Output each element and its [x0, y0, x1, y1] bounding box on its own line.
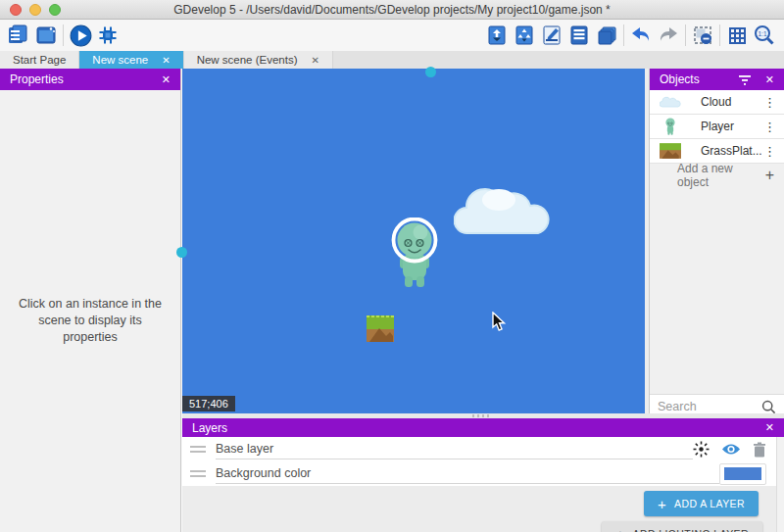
- object-groups-icon[interactable]: [511, 23, 538, 48]
- mouse-cursor: [492, 312, 507, 332]
- more-options-icon[interactable]: ⋮: [761, 144, 778, 159]
- plus-icon: +: [615, 526, 624, 532]
- tab-bar: Start Page New scene ✕ New scene (Events…: [0, 51, 784, 69]
- window-title: GDevelop 5 - /Users/david/Documents/GDev…: [0, 0, 784, 20]
- properties-icon[interactable]: [538, 23, 565, 48]
- object-label: Player: [701, 120, 761, 133]
- objects-title: Objects: [660, 73, 700, 86]
- object-label: Cloud: [701, 95, 761, 109]
- layers-scrollbar[interactable]: [776, 437, 784, 532]
- layers-editor-icon[interactable]: [593, 23, 620, 48]
- layers-footer: + ADD A LAYER + ADD LIGHTING LAYER: [182, 486, 776, 532]
- search-input[interactable]: [658, 400, 761, 413]
- drag-handle-icon[interactable]: [190, 446, 206, 453]
- layer-name-input[interactable]: [216, 440, 693, 459]
- undo-icon[interactable]: [627, 23, 655, 48]
- add-layer-label: ADD A LAYER: [674, 498, 745, 509]
- toolbar-separator: [63, 24, 64, 46]
- properties-empty-message: Click on an instance in the scene to dis…: [12, 296, 169, 346]
- objects-list: Cloud ⋮ Player ⋮ GrassPlat... ⋮ Add a ne…: [650, 90, 784, 187]
- title-bar: GDevelop 5 - /Users/david/Documents/GDev…: [0, 0, 784, 20]
- cloud-thumbnail: [660, 92, 681, 112]
- tab-label: Start Page: [13, 54, 66, 66]
- debug-icon[interactable]: [94, 23, 122, 48]
- toolbar-separator: [685, 24, 686, 46]
- toolbar-right-group: 1:1: [483, 23, 784, 48]
- more-options-icon[interactable]: ⋮: [761, 95, 778, 110]
- object-label: GrassPlat...: [701, 144, 761, 158]
- color-swatch: [724, 467, 761, 480]
- add-lighting-layer-label: ADD LIGHTING LAYER: [633, 528, 749, 532]
- redo-icon[interactable]: [655, 23, 682, 48]
- filter-icon[interactable]: [738, 73, 752, 85]
- grid-icon[interactable]: [723, 23, 751, 48]
- layers-title: Layers: [192, 421, 227, 435]
- close-icon[interactable]: ✕: [765, 421, 774, 434]
- mask-icon[interactable]: [689, 23, 716, 48]
- trash-icon[interactable]: [753, 442, 766, 458]
- add-lighting-layer-button[interactable]: + ADD LIGHTING LAYER: [602, 521, 762, 532]
- toolbar-left-group: [0, 23, 122, 48]
- add-layer-button[interactable]: + ADD A LAYER: [644, 491, 759, 516]
- zoom-icon[interactable]: 1:1: [751, 23, 778, 48]
- tab-new-scene-events[interactable]: New scene (Events) ✕: [184, 51, 333, 69]
- toolbar-separator: [623, 24, 624, 46]
- preview-icon[interactable]: [67, 23, 94, 48]
- layer-row-background-color[interactable]: [182, 461, 776, 486]
- close-icon[interactable]: ✕: [765, 73, 774, 86]
- objects-editor-icon[interactable]: [483, 23, 511, 48]
- properties-header: Properties ✕: [0, 69, 180, 90]
- grass-platform-instance[interactable]: [367, 315, 394, 342]
- objects-panel: Objects ✕ Cloud ⋮ Player ⋮ GrassPlat... …: [649, 69, 784, 418]
- panel-resize-handle-top[interactable]: [425, 67, 436, 77]
- cursor-coordinates-badge: 517;406: [182, 396, 235, 411]
- object-row-cloud[interactable]: Cloud ⋮: [650, 90, 784, 115]
- layer-row-base[interactable]: [182, 437, 776, 461]
- search-icon[interactable]: [761, 400, 776, 414]
- effects-icon[interactable]: [693, 441, 710, 458]
- grass-platform-thumbnail: [660, 141, 681, 161]
- add-object-label: Add a new object: [677, 162, 765, 189]
- cloud-instance[interactable]: [454, 182, 552, 239]
- tab-label: New scene (Events): [197, 54, 298, 66]
- drag-handle-icon[interactable]: [190, 470, 206, 477]
- layer-name-input[interactable]: [216, 464, 719, 484]
- panel-resize-handle-left[interactable]: [176, 247, 187, 258]
- more-options-icon[interactable]: ⋮: [761, 120, 778, 134]
- project-manager-icon[interactable]: [5, 23, 32, 48]
- plus-icon: +: [765, 167, 774, 184]
- layer-row-actions: [693, 441, 776, 458]
- visibility-eye-icon[interactable]: [721, 442, 741, 457]
- player-thumbnail: [660, 117, 681, 136]
- start-page-icon[interactable]: [32, 23, 60, 48]
- scene-editor-canvas[interactable]: 517;406: [182, 69, 645, 413]
- player-instance[interactable]: [390, 218, 439, 292]
- objects-header: Objects ✕: [650, 69, 784, 90]
- toolbar-separator: [719, 24, 720, 46]
- tab-new-scene[interactable]: New scene ✕: [79, 51, 183, 69]
- tab-label: New scene: [92, 54, 148, 66]
- gdevelop-window: GDevelop 5 - /Users/david/Documents/GDev…: [0, 0, 784, 532]
- background-color-picker[interactable]: [719, 463, 766, 485]
- close-icon[interactable]: ✕: [162, 73, 171, 86]
- close-tab-icon[interactable]: ✕: [312, 55, 319, 66]
- svg-text:1:1: 1:1: [758, 30, 766, 37]
- main-toolbar: 1:1: [0, 20, 784, 51]
- properties-panel: Properties ✕ Click on an instance in the…: [0, 69, 181, 532]
- layers-header: Layers ✕: [182, 418, 784, 437]
- object-row-player[interactable]: Player ⋮: [650, 115, 784, 139]
- add-new-object-button[interactable]: Add a new object +: [650, 164, 784, 187]
- close-tab-icon[interactable]: ✕: [162, 55, 170, 66]
- resize-grip: [472, 414, 490, 417]
- instances-list-icon[interactable]: [565, 23, 593, 48]
- tab-start-page[interactable]: Start Page: [0, 51, 79, 69]
- object-row-grassplatform[interactable]: GrassPlat... ⋮: [650, 139, 784, 164]
- layers-panel: Layers ✕ + ADD A LAYER + ADD LIGHTI: [182, 418, 784, 532]
- plus-icon: +: [658, 496, 666, 512]
- properties-title: Properties: [10, 73, 64, 86]
